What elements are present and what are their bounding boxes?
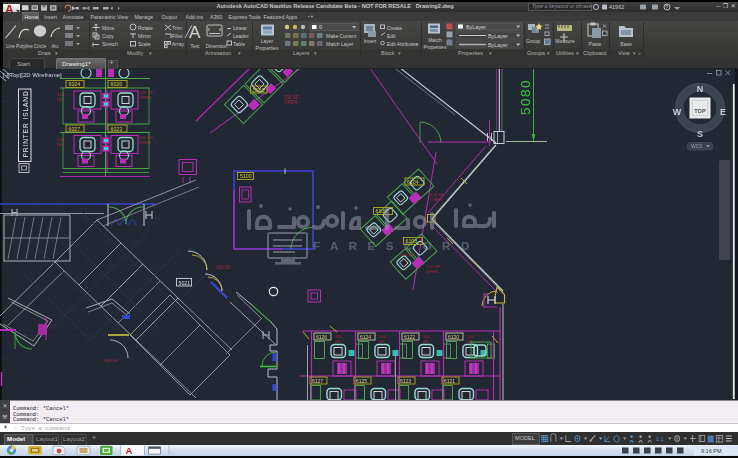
svg-text:OPEN: OPEN bbox=[430, 197, 442, 202]
svg-text:SF: SF bbox=[423, 339, 429, 344]
svg-text:6121: 6121 bbox=[444, 378, 455, 384]
svg-text:6124: 6124 bbox=[360, 334, 371, 340]
svg-text:Groups: Groups bbox=[527, 50, 545, 56]
svg-text:Rotate: Rotate bbox=[138, 24, 153, 30]
svg-text:?: ? bbox=[665, 4, 668, 10]
svg-text:SF: SF bbox=[379, 339, 385, 344]
svg-text:9:16 PM: 9:16 PM bbox=[701, 448, 722, 454]
svg-text:PRINTER ISLAND: PRINTER ISLAND bbox=[22, 90, 29, 157]
svg-text:WCS: WCS bbox=[691, 143, 703, 149]
svg-text:OPEN: OPEN bbox=[284, 100, 297, 105]
svg-text:E: E bbox=[720, 107, 726, 117]
svg-text:▾: ▾ bbox=[416, 40, 419, 46]
svg-text:Leader: Leader bbox=[233, 32, 249, 38]
svg-text:5080: 5080 bbox=[518, 79, 533, 115]
svg-text:6027: 6027 bbox=[69, 126, 81, 132]
svg-text:TOP: TOP bbox=[694, 108, 706, 114]
svg-text:A: A bbox=[126, 445, 133, 455]
svg-text:Trim: Trim bbox=[172, 24, 182, 30]
svg-text:Paste: Paste bbox=[589, 40, 602, 46]
svg-text:Match: Match bbox=[428, 37, 442, 43]
svg-text:Layers: Layers bbox=[293, 50, 310, 56]
svg-text:A: A bbox=[189, 23, 201, 42]
svg-text:Edit: Edit bbox=[387, 32, 396, 38]
svg-text:[-][Top][2D Wireframe]: [-][Top][2D Wireframe] bbox=[3, 72, 62, 78]
svg-text:Match Layer: Match Layer bbox=[326, 40, 354, 46]
svg-text:6123: 6123 bbox=[400, 378, 411, 384]
svg-text:Properties: Properties bbox=[458, 50, 483, 56]
svg-text:Create: Create bbox=[387, 24, 402, 30]
svg-text:Layer: Layer bbox=[261, 38, 274, 44]
svg-text:OPEN: OPEN bbox=[426, 269, 438, 274]
svg-text:150 SF: 150 SF bbox=[216, 265, 231, 270]
svg-text:Stretch: Stretch bbox=[102, 40, 118, 46]
svg-text:Fillet: Fillet bbox=[172, 32, 183, 38]
svg-text:Block: Block bbox=[381, 50, 395, 56]
svg-text:6122: 6122 bbox=[404, 334, 415, 340]
svg-text:SF: SF bbox=[335, 339, 341, 344]
svg-text:»: » bbox=[638, 50, 641, 56]
svg-text:OPEN: OPEN bbox=[139, 95, 151, 100]
svg-text:Insert: Insert bbox=[364, 38, 377, 44]
svg-text:Polyline: Polyline bbox=[16, 43, 33, 48]
svg-text:Properties: Properties bbox=[424, 43, 447, 49]
svg-text:ByLayer: ByLayer bbox=[466, 23, 486, 29]
svg-text:Clipboard: Clipboard bbox=[583, 50, 607, 56]
svg-text:0: 0 bbox=[319, 24, 322, 30]
svg-text:Scale: Scale bbox=[138, 40, 151, 46]
svg-text:6125: 6125 bbox=[356, 378, 367, 384]
svg-text:ByLayer: ByLayer bbox=[488, 32, 508, 38]
svg-text:Utilities: Utilities bbox=[556, 50, 574, 56]
svg-text:SF: SF bbox=[57, 142, 63, 147]
svg-text:View: View bbox=[618, 50, 630, 56]
svg-text:5060: 5060 bbox=[253, 87, 265, 93]
svg-text:N: N bbox=[697, 84, 704, 94]
svg-text:120 SF: 120 SF bbox=[400, 252, 414, 257]
svg-text:Copy: Copy bbox=[102, 32, 114, 38]
svg-text:S: S bbox=[697, 129, 703, 139]
svg-text:FARESCORD: FARESCORD bbox=[313, 240, 480, 252]
svg-text:Dimension: Dimension bbox=[206, 43, 228, 48]
svg-text:6026: 6026 bbox=[111, 81, 123, 87]
svg-text:Annotation: Annotation bbox=[205, 50, 231, 56]
svg-text:Edit Attributes: Edit Attributes bbox=[387, 40, 418, 46]
svg-text:Text: Text bbox=[191, 43, 200, 48]
svg-text:150 SF: 150 SF bbox=[104, 358, 118, 363]
svg-text:W: W bbox=[673, 107, 682, 117]
svg-text:Move: Move bbox=[102, 24, 114, 30]
svg-text:Properties: Properties bbox=[256, 44, 279, 50]
svg-text:6104: 6104 bbox=[407, 179, 419, 185]
svg-text:6126: 6126 bbox=[316, 334, 327, 340]
svg-text:Base: Base bbox=[620, 40, 632, 46]
svg-text:Make Current: Make Current bbox=[326, 32, 357, 38]
svg-text:Line: Line bbox=[6, 43, 15, 48]
svg-text:41962: 41962 bbox=[609, 4, 624, 10]
svg-text:SF: SF bbox=[57, 97, 63, 102]
svg-text:Circle: Circle bbox=[34, 43, 47, 48]
svg-text:6024: 6024 bbox=[69, 81, 81, 87]
svg-text:Measure: Measure bbox=[555, 38, 575, 44]
svg-text:Array: Array bbox=[172, 40, 184, 46]
svg-text:5021: 5021 bbox=[179, 280, 191, 286]
svg-text:OPEN: OPEN bbox=[139, 140, 151, 145]
svg-text:Table: Table bbox=[233, 40, 245, 46]
svg-text:Draw: Draw bbox=[38, 50, 51, 56]
svg-text:6023: 6023 bbox=[111, 126, 123, 132]
svg-text:Mirror: Mirror bbox=[138, 32, 151, 38]
svg-text:Modify: Modify bbox=[127, 50, 143, 56]
svg-text:5100: 5100 bbox=[240, 173, 252, 179]
svg-text:ByLayer: ByLayer bbox=[488, 41, 508, 47]
svg-text:SF: SF bbox=[467, 339, 473, 344]
svg-text:1:1: 1:1 bbox=[656, 436, 663, 442]
svg-text:Group: Group bbox=[526, 38, 540, 44]
svg-text:Linear: Linear bbox=[233, 24, 247, 30]
svg-text:6120: 6120 bbox=[448, 334, 459, 340]
svg-text:Arc: Arc bbox=[51, 43, 59, 48]
svg-text:6127: 6127 bbox=[312, 378, 323, 384]
